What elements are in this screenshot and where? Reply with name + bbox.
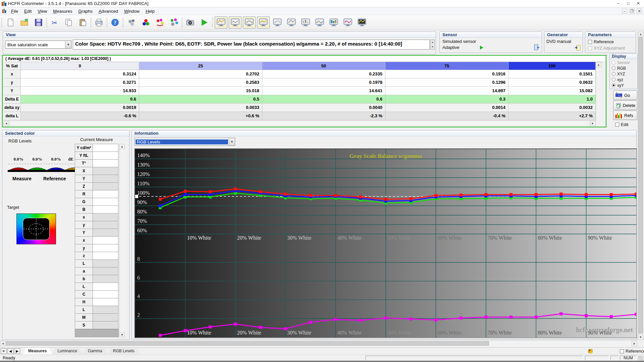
- information-dropdown[interactable]: RGB Levels ▼: [135, 138, 235, 146]
- capture-icon[interactable]: [184, 16, 197, 28]
- view-button-7[interactable]: [299, 16, 312, 28]
- statusbar-reference-checkbox[interactable]: [620, 349, 624, 353]
- measure-spinner[interactable]: ▲ ▼: [430, 40, 435, 50]
- parameters-panel: Parameters Reference XYZ Adjustment: [585, 32, 636, 53]
- sensor-config-icon[interactable]: [534, 44, 540, 51]
- minimize-button[interactable]: –: [613, 0, 623, 7]
- toolbar-grip: [91, 18, 92, 27]
- menu-bar: File Edit View Measures Graphs Advanced …: [0, 7, 644, 15]
- mdi-minimize-icon[interactable]: –: [622, 8, 627, 14]
- menu-view[interactable]: View: [35, 8, 50, 15]
- view-button-1[interactable]: [215, 16, 227, 28]
- mdi-restore-icon[interactable]: ❐: [629, 8, 635, 14]
- delete-button[interactable]: Delete: [613, 101, 637, 110]
- view-button-9[interactable]: [327, 16, 340, 28]
- paste-icon[interactable]: [76, 16, 89, 28]
- table-cell: 0.2702: [139, 70, 262, 78]
- tab-close-button[interactable]: ✕: [1, 348, 7, 354]
- resize-grip[interactable]: [638, 356, 643, 360]
- free-measures-icon[interactable]: [125, 16, 138, 28]
- print-icon[interactable]: [93, 16, 105, 28]
- menu-measures[interactable]: Measures: [50, 8, 75, 15]
- view-button-3[interactable]: [243, 16, 256, 28]
- display-panel-title: Display: [610, 54, 637, 59]
- menu-advanced[interactable]: Advanced: [96, 8, 121, 15]
- radio-icon[interactable]: [612, 83, 615, 87]
- spinner-up-icon[interactable]: ▲: [431, 40, 434, 45]
- saturation-scale-icon[interactable]: [154, 16, 166, 28]
- display-option-XYZ[interactable]: XYZ: [612, 71, 635, 77]
- menu-edit[interactable]: Edit: [21, 8, 35, 15]
- tab-gamma[interactable]: Gamma: [83, 348, 108, 354]
- tab-prev-button[interactable]: ◀: [7, 348, 13, 354]
- cm-scroll-down-icon[interactable]: ▼: [119, 332, 125, 337]
- tab-rgb-levels[interactable]: RGB Levels: [108, 348, 140, 354]
- go-button-label: Go: [624, 93, 630, 98]
- display-option-RGB[interactable]: RGB: [612, 65, 635, 71]
- edit-checkbox-row[interactable]: Edit: [615, 122, 628, 127]
- spinner-down-icon[interactable]: ▼: [431, 45, 434, 49]
- display-option-xyz[interactable]: xyz: [612, 77, 635, 82]
- edit-checkbox[interactable]: [615, 123, 619, 127]
- main-vertical-scrollbar[interactable]: ▲ ▼: [638, 32, 643, 340]
- scroll-right-icon[interactable]: ►: [632, 341, 637, 346]
- table-scroll-up-icon[interactable]: ▲: [596, 62, 601, 67]
- save-icon[interactable]: [32, 16, 45, 28]
- radio-icon[interactable]: [612, 66, 615, 70]
- svg-text:90% White: 90% White: [588, 235, 612, 241]
- window-bottom-edge: [0, 361, 644, 362]
- tab-measures[interactable]: Measures: [23, 348, 52, 354]
- cm-scroll-up-icon[interactable]: ▲: [119, 144, 125, 149]
- table-scroll-left-icon[interactable]: ◄: [3, 121, 9, 126]
- tab-luminance[interactable]: Luminance: [52, 348, 83, 354]
- reference-checkbox[interactable]: [588, 40, 592, 44]
- menu-window[interactable]: Window: [121, 8, 143, 15]
- display-option-xyY[interactable]: xyY: [612, 82, 635, 88]
- cm-vertical-scrollbar[interactable]: [119, 149, 125, 332]
- maximize-button[interactable]: □: [623, 0, 633, 7]
- menu-graphs[interactable]: Graphs: [75, 8, 96, 15]
- table-horizontal-scrollbar[interactable]: [9, 121, 590, 126]
- generator-config-icon[interactable]: [574, 45, 581, 51]
- run-measures-icon[interactable]: [198, 16, 211, 28]
- scroll-left-icon[interactable]: ◄: [0, 341, 6, 346]
- view-button-8[interactable]: [313, 16, 326, 28]
- radio-icon[interactable]: [612, 72, 615, 76]
- cm-row-L: L: [75, 260, 118, 267]
- table-vertical-scrollbar[interactable]: [596, 67, 601, 120]
- view-button-10[interactable]: [341, 16, 354, 28]
- help-icon[interactable]: ?: [109, 16, 121, 28]
- close-button[interactable]: ✕: [633, 0, 643, 7]
- menu-help[interactable]: Help: [143, 8, 158, 15]
- table-scroll-right-icon[interactable]: ►: [590, 121, 596, 126]
- hscrollbar-thumb[interactable]: [6, 341, 489, 346]
- view-button-4[interactable]: [257, 16, 270, 28]
- sat-column-header: 100: [508, 62, 596, 70]
- view-button-2[interactable]: [229, 16, 241, 28]
- go-button[interactable]: Go: [613, 90, 637, 100]
- view-select-dropdown[interactable]: Blue saturation scale ▼: [5, 41, 71, 49]
- primary-colors-icon[interactable]: [140, 16, 152, 28]
- reference-checkbox-row[interactable]: Reference: [588, 39, 614, 44]
- radio-icon[interactable]: [612, 78, 615, 81]
- chevron-down-icon[interactable]: ▼: [229, 138, 235, 145]
- view-button-11[interactable]: [356, 16, 368, 28]
- statusbar-reference-row[interactable]: Reference: [620, 349, 644, 354]
- menu-file[interactable]: File: [8, 8, 21, 15]
- chevron-down-icon[interactable]: ▼: [65, 41, 71, 48]
- mdi-close-icon[interactable]: ✕: [637, 8, 642, 14]
- open-file-icon[interactable]: [18, 16, 31, 28]
- view-button-5[interactable]: [271, 16, 284, 28]
- reference-column-label: Reference: [43, 176, 66, 181]
- scrollbar-thumb[interactable]: [638, 37, 643, 334]
- new-file-icon[interactable]: [4, 16, 17, 28]
- tab-next-button[interactable]: ▶: [14, 348, 20, 354]
- scroll-up-icon[interactable]: ▲: [638, 32, 643, 37]
- main-horizontal-scrollbar[interactable]: ◄ ►: [0, 340, 638, 346]
- full-measures-icon[interactable]: [168, 16, 180, 28]
- scroll-down-icon[interactable]: ▼: [638, 335, 643, 340]
- view-button-6[interactable]: [285, 16, 298, 28]
- refs-button[interactable]: Refs: [613, 111, 637, 120]
- cut-icon[interactable]: ✂: [48, 16, 61, 28]
- copy-icon[interactable]: [62, 16, 75, 28]
